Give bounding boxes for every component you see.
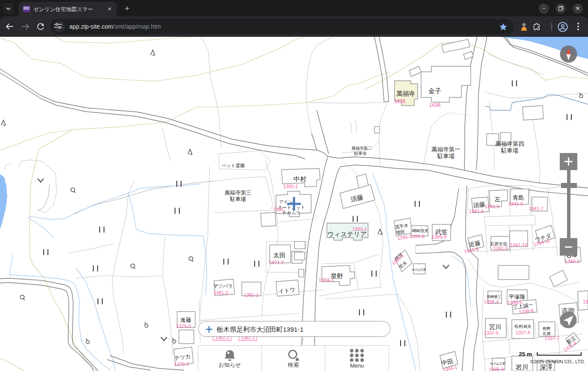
svg-text:1341-5: 1341-5	[485, 204, 499, 209]
svg-text:1392-1: 1392-1	[283, 184, 298, 189]
svg-text:1337-6: 1337-6	[516, 330, 530, 335]
svg-text:駐車場: 駐車場	[501, 147, 519, 154]
svg-text:左: 左	[494, 196, 501, 203]
svg-text:平塚隆: 平塚隆	[509, 294, 526, 300]
svg-text:㈱小山工業: ㈱小山工業	[412, 268, 426, 271]
svg-text:嶋崎悦夫: 嶋崎悦夫	[412, 228, 428, 233]
svg-text:萬福寺第一: 萬福寺第一	[431, 146, 460, 153]
svg-text:マツバラ: マツバラ	[213, 283, 233, 289]
svg-text:1341-7: 1341-7	[529, 206, 543, 211]
svg-text:進藤: 進藤	[180, 317, 191, 323]
svg-text:中村: 中村	[294, 175, 306, 183]
svg-text:1391-: 1391-	[273, 207, 285, 212]
svg-text:1340-1: 1340-1	[565, 259, 579, 264]
svg-text:1436: 1436	[429, 102, 441, 108]
svg-text:1394-3: 1394-3	[319, 277, 333, 283]
svg-text:長野: 長野	[543, 326, 551, 331]
svg-text:©2025 ZENRIN CO., LTD.: ©2025 ZENRIN CO., LTD.	[530, 359, 585, 364]
svg-text:1379-3: 1379-3	[174, 362, 189, 367]
svg-text:萬福寺第三: 萬福寺第三	[225, 190, 252, 196]
svg-text:岩川: 岩川	[516, 363, 529, 371]
svg-text:1381-2: 1381-2	[214, 290, 228, 295]
svg-text:濱崎優三: 濱崎優三	[487, 294, 501, 299]
svg-text:宮川: 宮川	[489, 324, 502, 330]
svg-text:25 m: 25 m	[519, 351, 532, 357]
svg-text:松村貞夫: 松村貞夫	[514, 324, 532, 329]
svg-text:1371-2: 1371-2	[269, 260, 284, 265]
svg-text:ペット霊園: ペット霊園	[222, 163, 244, 168]
svg-text:1335-4: 1335-4	[489, 367, 504, 371]
svg-text:1341-10: 1341-10	[510, 242, 527, 247]
svg-text:1341-9: 1341-9	[493, 246, 508, 251]
svg-text:1337-5: 1337-5	[484, 330, 499, 336]
svg-text:1395-9: 1395-9	[432, 234, 446, 239]
svg-text:1337-7: 1337-7	[545, 336, 559, 341]
svg-text:1393-1: 1393-1	[352, 227, 367, 232]
svg-text:1338-: 1338-	[583, 299, 588, 304]
svg-text:1341-6: 1341-6	[508, 201, 523, 206]
svg-text:1381-1: 1381-1	[244, 292, 258, 297]
svg-text:深澤: 深澤	[540, 363, 552, 371]
svg-text:1338-4: 1338-4	[484, 299, 499, 304]
svg-text:駐車場: 駐車場	[230, 196, 246, 202]
svg-text:須藤: 須藤	[473, 201, 485, 209]
svg-text:金子: 金子	[428, 87, 441, 94]
svg-text:1395-8: 1395-8	[410, 234, 425, 239]
svg-text:1375-3: 1375-3	[176, 324, 191, 329]
svg-text:1338-5: 1338-5	[508, 300, 522, 305]
svg-text:萬福寺第二: 萬福寺第二	[351, 146, 372, 150]
svg-text:駐車場: 駐車場	[437, 153, 455, 159]
svg-text:青島: 青島	[513, 194, 524, 201]
svg-text:1436: 1436	[394, 98, 406, 104]
svg-text:萬福寺第四: 萬福寺第四	[495, 141, 524, 147]
svg-text:㈱小山工業: ㈱小山工業	[490, 362, 505, 365]
svg-text:1341-4: 1341-4	[469, 209, 484, 214]
svg-text:駐車場: 駐車場	[354, 151, 367, 156]
svg-text:太田: 太田	[273, 252, 286, 259]
svg-text:萬福寺: 萬福寺	[396, 90, 415, 97]
